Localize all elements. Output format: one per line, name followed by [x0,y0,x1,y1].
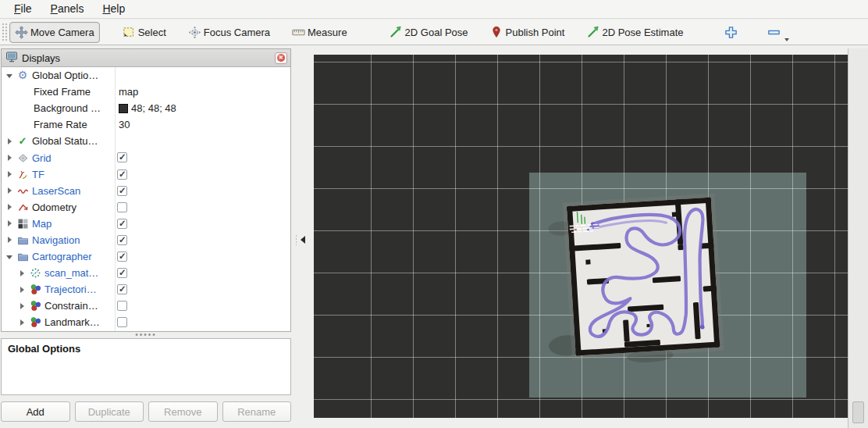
visibility-checkbox[interactable] [117,284,127,294]
spheres-icon [29,300,41,312]
tree-row-scan-matched[interactable]: scan_mat… [2,265,290,281]
tree-row-map[interactable]: Map [2,216,290,232]
expander-icon[interactable] [5,137,14,145]
panel-gutter [292,48,314,428]
displays-panel-header[interactable]: Displays ✕ [2,49,290,67]
visibility-checkbox[interactable] [117,317,127,327]
tool-focus-camera[interactable]: Focus Camera [183,22,276,43]
publish-point-icon [490,26,503,39]
fixed-frame-value[interactable]: map [119,84,138,100]
close-panel-button[interactable]: ✕ [275,52,287,64]
panel-title: Displays [22,52,60,64]
remove-tool-button[interactable] [763,22,785,43]
laserscan-icon [16,185,29,197]
frame-rate-value[interactable]: 30 [119,116,130,133]
tree-row-cartographer[interactable]: Cartographer [2,248,290,265]
color-swatch [119,104,128,113]
scrollbar-thumb[interactable] [852,401,864,423]
check-icon: ✓ [16,135,29,147]
right-gutter [848,48,868,428]
toolbar-drag-handle[interactable] [2,23,7,41]
expander-icon[interactable] [5,187,14,195]
expander-icon[interactable] [5,71,14,80]
displays-icon [5,51,18,66]
collapse-left-icon[interactable] [301,236,305,244]
scan-matched-icon [29,267,41,279]
add-tool-icon [724,26,738,39]
visibility-checkbox[interactable] [117,169,127,180]
tree-row-background-color[interactable]: Background … 48; 48; 48 [2,100,290,116]
tree-row-tf[interactable]: TF [2,166,290,183]
rviz-window: File Panels Help Move Camera Select Focu… [0,0,868,428]
display-actions: Add Duplicate Remove Rename [1,401,291,422]
tree-row-trajectories[interactable]: Trajectori… [2,281,290,298]
expander-icon[interactable] [18,285,27,294]
rename-button: Rename [222,401,292,422]
remove-tool-icon [767,26,781,39]
visibility-checkbox[interactable] [117,301,127,311]
visibility-checkbox[interactable] [117,251,127,262]
menu-panels[interactable]: Panels [43,1,92,17]
menu-help[interactable]: Help [94,1,133,17]
expander-icon[interactable] [5,154,14,162]
folder-icon [16,251,29,262]
move-camera-icon [15,26,28,39]
visibility-checkbox[interactable] [117,152,127,162]
description-title: Global Options [8,343,80,355]
add-button[interactable]: Add [1,401,70,422]
folder-icon [16,234,29,246]
tool-2d-goal-pose[interactable]: 2D Goal Pose [384,22,474,43]
map-maze [314,55,848,418]
select-icon [123,26,136,39]
visibility-checkbox[interactable] [117,202,127,212]
tool-publish-point[interactable]: Publish Point [485,22,571,43]
gutter-grip[interactable] [295,234,297,245]
tool-measure[interactable]: Measure [286,22,353,43]
expander-icon[interactable] [5,219,14,228]
tool-move-camera[interactable]: Move Camera [9,22,100,43]
tree-row-global-options[interactable]: ⚙ Global Optio… [2,67,290,84]
menu-file[interactable]: File [6,1,40,17]
visibility-checkbox[interactable] [117,219,127,229]
expander-icon[interactable] [18,301,27,310]
tree-row-navigation[interactable]: Navigation [2,232,290,248]
background-color-value[interactable]: 48; 48; 48 [119,100,176,116]
tool-select[interactable]: Select [117,22,172,43]
spheres-icon [29,316,41,328]
description-panel: Global Options [1,338,291,395]
tree-row-landmarks[interactable]: Landmark… [2,314,290,330]
visibility-checkbox[interactable] [117,268,127,278]
duplicate-button: Duplicate [75,401,144,422]
dropdown-caret-icon [784,38,789,41]
tree-row-fixed-frame[interactable]: Fixed Frame map [2,84,290,100]
expander-icon[interactable] [5,236,14,244]
displays-tree: ⚙ Global Optio… Fixed Frame map Backgrou… [2,67,290,331]
tree-row-constraints[interactable]: Constrain… [2,298,290,314]
visibility-checkbox[interactable] [117,186,127,196]
close-icon: ✕ [277,54,285,62]
expander-icon[interactable] [5,252,14,261]
expander-icon[interactable] [18,269,27,277]
tree-row-frame-rate[interactable]: Frame Rate 30 [2,116,290,133]
expander-icon[interactable] [5,203,14,212]
spheres-icon [29,284,41,295]
expander-icon[interactable] [5,170,14,179]
3d-viewport[interactable] [314,55,848,418]
gear-icon: ⚙ [16,70,29,81]
tf-icon [16,169,29,180]
goal-pose-icon [390,26,403,39]
tree-row-global-status[interactable]: ✓ Global Statu… [2,133,290,149]
toolbar: Move Camera Select Focus Camera Measure … [0,20,868,45]
tool-2d-pose-estimate[interactable]: 2D Pose Estimate [581,22,688,43]
add-tool-button[interactable] [720,22,742,43]
expander-icon[interactable] [18,318,27,326]
tree-row-grid[interactable]: Grid [2,149,290,166]
map-icon [16,218,29,230]
tree-row-odometry[interactable]: Odometry [2,199,290,216]
visibility-checkbox[interactable] [117,235,127,245]
displays-panel: Displays ✕ ⚙ Global Optio… Fixed Frame m… [1,48,291,332]
tree-row-laserscan[interactable]: LaserScan [2,183,290,199]
odometry-icon [16,202,29,213]
panel-splitter[interactable]: ••••• [0,332,292,338]
menu-bar: File Panels Help [0,0,868,19]
